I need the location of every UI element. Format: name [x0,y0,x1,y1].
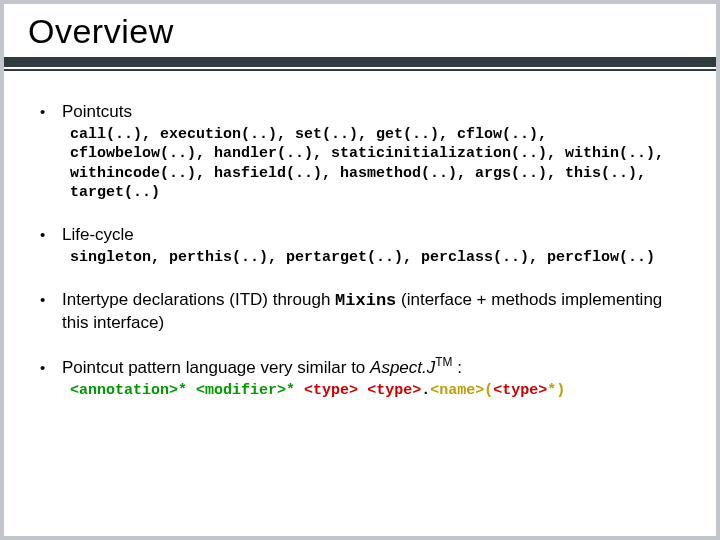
bullet-pattern-lang: • Pointcut pattern language very similar… [40,355,680,400]
pattern-code: <annotation>* <modifier>* <type> <type>.… [70,381,680,400]
lifecycle-code: singleton, perthis(..), pertarget(..), p… [70,248,680,267]
slide-title: Overview [28,12,692,51]
bullet-list: • Pointcuts call(..), execution(..), set… [40,101,680,400]
pattern-annotation: <annotation>* [70,382,187,399]
bullet-dot-icon: • [40,104,48,119]
bullet-label: Pointcuts [62,101,132,122]
pattern-modifier: <modifier>* [196,382,295,399]
pattern-type1: <type> [304,382,358,399]
bullet-label: Intertype declarations (ITD) through Mix… [62,289,680,333]
pattern-space [358,382,367,399]
pattern-type3: <type> [493,382,547,399]
content-area: • Pointcuts call(..), execution(..), set… [4,71,716,400]
bullet-label: Life-cycle [62,224,134,245]
pattern-type2: <type> [367,382,421,399]
pattern-italic: Aspect.J [370,358,435,377]
pattern-space [295,382,304,399]
pattern-tm: TM [435,355,452,369]
bullet-pointcuts: • Pointcuts call(..), execution(..), set… [40,101,680,202]
bullet-dot-icon: • [40,227,48,242]
pattern-paren-open: ( [484,382,493,399]
itd-mono: Mixins [335,291,396,310]
title-area: Overview [4,4,716,51]
pattern-colon: : [452,358,461,377]
bullet-dot-icon: • [40,360,48,375]
pattern-paren-close: ) [556,382,565,399]
slide: Overview • Pointcuts call(..), execution… [4,4,716,536]
itd-pre: Intertype declarations (ITD) through [62,290,335,309]
bullet-dot-icon: • [40,292,48,307]
title-bar-thick [4,57,716,67]
bullet-label: Pointcut pattern language very similar t… [62,355,462,378]
pattern-pre: Pointcut pattern language very similar t… [62,358,370,377]
bullet-itd: • Intertype declarations (ITD) through M… [40,289,680,333]
pointcuts-code: call(..), execution(..), set(..), get(..… [70,125,680,202]
pattern-dot: . [421,382,430,399]
pattern-star: * [547,382,556,399]
bullet-lifecycle: • Life-cycle singleton, perthis(..), per… [40,224,680,267]
pattern-name: <name> [430,382,484,399]
pattern-space [187,382,196,399]
